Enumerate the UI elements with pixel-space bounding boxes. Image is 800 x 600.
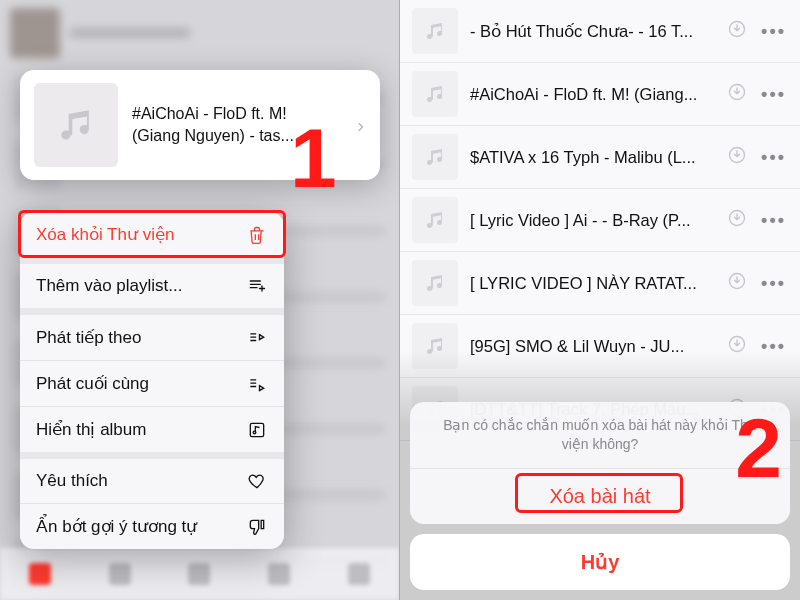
list-item[interactable]: [ LYRIC VIDEO ] NÀY RATAT...••• <box>400 252 800 315</box>
chevron-right-icon: › <box>357 114 366 137</box>
left-screenshot: #AiChoAi - FloD ft. M! (Giang Nguyen) - … <box>0 0 400 600</box>
more-icon[interactable]: ••• <box>759 273 788 294</box>
right-screenshot: - Bỏ Hút Thuốc Chưa- - 16 T...•••#AiChoA… <box>400 0 800 600</box>
step-number-2: 2 <box>735 400 782 497</box>
download-icon[interactable] <box>727 271 747 295</box>
step-number-1: 1 <box>290 110 337 207</box>
menu-item-label: Hiển thị album <box>36 419 146 440</box>
heart-icon <box>246 471 268 491</box>
music-note-icon <box>34 83 118 167</box>
song-row-title: #AiChoAi - FloD ft. M! (Giang... <box>470 85 715 104</box>
play-next-icon <box>246 328 268 348</box>
download-icon[interactable] <box>727 208 747 232</box>
music-note-icon <box>412 197 458 243</box>
context-menu: Xóa khỏi Thư viện Thêm vào playlist... P… <box>20 212 284 549</box>
svg-rect-0 <box>250 423 263 436</box>
play-last-icon <box>246 374 268 394</box>
menu-item-label: Phát cuối cùng <box>36 373 149 394</box>
song-row-title: - Bỏ Hút Thuốc Chưa- - 16 T... <box>470 22 715 41</box>
delete-song-button[interactable]: Xóa bài hát <box>410 468 790 524</box>
list-item[interactable]: [ Lyric Video ] Ai - - B-Ray (P...••• <box>400 189 800 252</box>
music-note-icon <box>412 8 458 54</box>
song-row-title: $ATIVA x 16 Typh - Malibu (L... <box>470 148 715 167</box>
menu-add-to-playlist[interactable]: Thêm vào playlist... <box>20 257 284 308</box>
svg-point-1 <box>253 431 256 434</box>
menu-play-last[interactable]: Phát cuối cùng <box>20 360 284 406</box>
more-icon[interactable]: ••• <box>759 147 788 168</box>
list-item[interactable]: #AiChoAi - FloD ft. M! (Giang...••• <box>400 63 800 126</box>
download-icon[interactable] <box>727 19 747 43</box>
thumbs-down-icon <box>246 517 268 537</box>
more-icon[interactable]: ••• <box>759 21 788 42</box>
download-icon[interactable] <box>727 82 747 106</box>
list-item[interactable]: - Bỏ Hút Thuốc Chưa- - 16 T...••• <box>400 0 800 63</box>
sheet-message: Bạn có chắc chắn muốn xóa bài hát này kh… <box>410 402 790 468</box>
tab-bar <box>0 548 399 600</box>
menu-item-label: Xóa khỏi Thư viện <box>36 224 174 245</box>
menu-delete-from-library[interactable]: Xóa khỏi Thư viện <box>20 212 284 257</box>
menu-item-label: Phát tiếp theo <box>36 327 141 348</box>
music-note-icon <box>412 134 458 180</box>
music-note-icon <box>412 71 458 117</box>
song-row-title: [ LYRIC VIDEO ] NÀY RATAT... <box>470 274 715 293</box>
menu-item-label: Thêm vào playlist... <box>36 276 182 296</box>
menu-hide-similar[interactable]: Ẩn bớt gợi ý tương tự <box>20 503 284 549</box>
more-icon[interactable]: ••• <box>759 84 788 105</box>
song-row-title: [ Lyric Video ] Ai - - B-Ray (P... <box>470 211 715 230</box>
menu-item-label: Yêu thích <box>36 471 108 491</box>
menu-show-album[interactable]: Hiển thị album <box>20 406 284 452</box>
menu-item-label: Ẩn bớt gợi ý tương tự <box>36 516 197 537</box>
action-sheet: Bạn có chắc chắn muốn xóa bài hát này kh… <box>410 402 790 590</box>
menu-favorite[interactable]: Yêu thích <box>20 452 284 503</box>
playlist-add-icon <box>246 276 268 296</box>
list-item[interactable]: $ATIVA x 16 Typh - Malibu (L...••• <box>400 126 800 189</box>
download-icon[interactable] <box>727 145 747 169</box>
cancel-button[interactable]: Hủy <box>410 534 790 590</box>
trash-icon <box>246 225 268 245</box>
menu-play-next[interactable]: Phát tiếp theo <box>20 308 284 360</box>
music-note-icon <box>412 260 458 306</box>
more-icon[interactable]: ••• <box>759 210 788 231</box>
album-icon <box>246 420 268 440</box>
